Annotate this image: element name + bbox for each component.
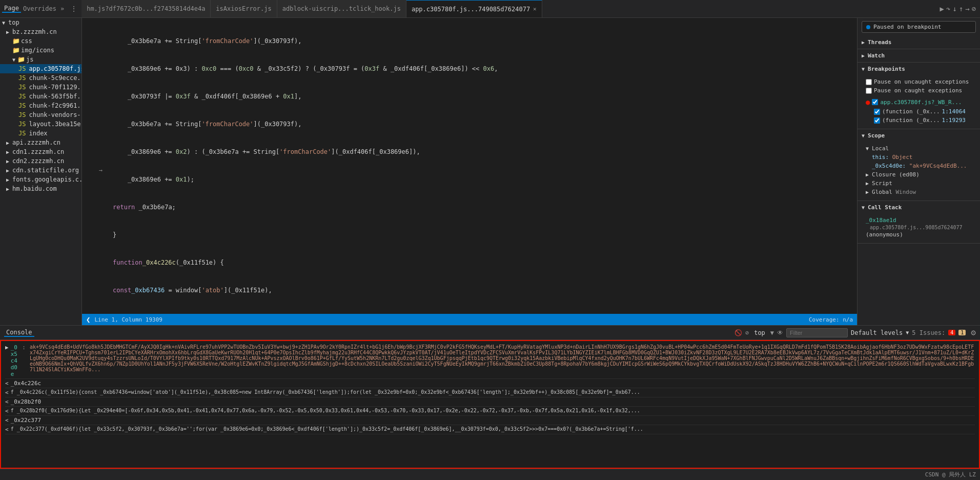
stop-recording-icon[interactable]: ⊘: [745, 329, 749, 336]
default-levels-label[interactable]: Default levels: [851, 329, 903, 336]
code-line: _0x3869e6 += 0x2) : (_0x3b6e7a += String…: [113, 147, 857, 156]
tab-isaxioserror[interactable]: isAxiosError.js: [211, 0, 277, 17]
console-text-fn-detail: f _0x4c226c(_0x11f51e){const _0xb67436=w…: [11, 389, 640, 395]
sidebar-item-bz[interactable]: ▶ bz.zzzzmh.cn: [0, 27, 81, 36]
console-line-fn-0x28b2f0: < f _0x28b2f0(_0x176d9e){Let _0x294e40=[…: [5, 407, 975, 416]
js-file-icon: JS: [18, 74, 26, 82]
tab-overrides[interactable]: Overrides: [21, 5, 58, 12]
issues-count-label: 5 Issues:: [912, 329, 945, 336]
threads-label: Threads: [868, 39, 891, 46]
scope-chevron-icon: ▼: [862, 133, 865, 138]
scope-0x5c4d0e-key: _0x5c4d0e:: [872, 163, 906, 169]
sidebar-item-css[interactable]: 📁 css: [0, 36, 81, 46]
more-tabs-icon[interactable]: »: [58, 5, 66, 12]
resume-icon[interactable]: ▶: [940, 5, 944, 13]
sidebar-item-chunk3[interactable]: JS chunk-563f5bf...: [0, 92, 81, 101]
bp-caught-checkbox[interactable]: [866, 88, 872, 94]
sidebar-item-app[interactable]: JS app.c305780f.js: [0, 64, 81, 73]
breakpoints-content: Pause on uncaught exceptions Pause on ca…: [858, 75, 980, 129]
sidebar-item-chunk1[interactable]: JS chunk-5c9ecce...: [0, 73, 81, 83]
bp-file-section: ● app.c305780f.js?_WB_R... (function (_0…: [866, 97, 976, 125]
call-stack-file-0: app.c305780f.js...9085d7624077: [866, 225, 976, 230]
call-stack-header[interactable]: ▼ Call Stack: [858, 201, 980, 214]
eye-icon[interactable]: 👁: [777, 329, 783, 336]
scope-local-chevron[interactable]: ▼: [866, 146, 872, 151]
sidebar-bz-label: bz.zzzzmh.cn: [12, 28, 57, 35]
scope-script-chevron[interactable]: ▶: [866, 181, 872, 186]
top-dropdown-icon[interactable]: ▼: [770, 329, 774, 336]
clear-console-icon[interactable]: 🚫: [734, 329, 742, 336]
sidebar-cdn2-label: cdn2.zzzzmh.cn: [12, 157, 64, 165]
watch-section: ▶ Watch: [858, 49, 980, 63]
bp-fn2-checkbox[interactable]: [874, 117, 880, 124]
sidebar-item-js[interactable]: ▼ 📁 js: [0, 55, 81, 64]
tab-hmjs[interactable]: hm.js?df7672c0b...f27435814d4e4a: [81, 0, 211, 17]
sidebar-item-fonts[interactable]: ▶ fonts.googleapis.c...: [0, 175, 81, 184]
sidebar-item-baidu[interactable]: ▶ hm.baidu.com: [0, 184, 81, 193]
console-expand-arrow[interactable]: ▶: [5, 344, 9, 351]
folder-icon: 📁: [12, 47, 20, 54]
code-line: function _0x4c226c(_0x11f51e) {: [113, 258, 857, 267]
step-icon[interactable]: →: [965, 5, 969, 13]
sidebar-item-layout[interactable]: JS layout.3bea15e...: [0, 119, 81, 129]
sidebar-chunk2-label: chunk-70f1129...: [29, 84, 81, 91]
breakpoints-header[interactable]: ▼ Breakpoints: [858, 63, 980, 75]
code-content[interactable]: _0x3b6e7a += String['fromCharCode'](_0x3…: [108, 18, 857, 314]
scope-global-chevron[interactable]: ▶: [866, 189, 872, 195]
bp-fn2-line: 1:19293: [942, 117, 966, 124]
code-line: }: [113, 230, 857, 239]
expand-left-icon[interactable]: ❮: [86, 315, 90, 324]
filter-input[interactable]: [786, 328, 848, 337]
scope-0x5c4d0e-val: "ak+9VCsq4dEdB...: [909, 163, 967, 169]
step-into-icon[interactable]: ↓: [952, 5, 956, 13]
call-stack-section: ▼ Call Stack _0x18ae1d app.c305780f.js..…: [858, 201, 980, 244]
sidebar-chunk5-label: chunk-vendors-...: [29, 111, 81, 118]
bp-dot-icon: ●: [866, 98, 870, 106]
sidebar-item-api[interactable]: ▶ api.zzzzmh.cn: [0, 138, 81, 147]
threads-header[interactable]: ▶ Threads: [858, 36, 980, 49]
bp-fn1-checkbox[interactable]: [874, 109, 880, 115]
console-text-0x4c226c: _0x4c226c: [11, 380, 42, 387]
sidebar-item-cdn-static[interactable]: ▶ cdn.staticfile.org: [0, 166, 81, 175]
sidebar-item-imgicons[interactable]: 📁 img/icons: [0, 46, 81, 55]
tab-page[interactable]: Page: [2, 5, 21, 13]
sidebar-item-cdn2[interactable]: ▶ cdn2.zzzzmh.cn: [0, 156, 81, 166]
sidebar-item-cdn1[interactable]: ▶ cdn1.zzzzmh.cn: [0, 147, 81, 156]
scope-closure-chevron[interactable]: ▶: [866, 172, 872, 177]
console-content[interactable]: ▶ _0x5c4d0e : ak+9VCsq4dEdB+UdVfGo8kh5JD…: [0, 340, 980, 469]
close-tab-icon[interactable]: ✕: [533, 6, 537, 12]
step-over-icon[interactable]: ↷: [946, 5, 950, 13]
call-stack-fn-label: _0x18ae1d: [866, 217, 896, 224]
deactivate-breakpoints-icon[interactable]: ⊘: [972, 5, 976, 13]
threads-section: ▶ Threads: [858, 36, 980, 49]
sidebar-item-index[interactable]: JS index: [0, 129, 81, 138]
tab-adblock[interactable]: adblock-uiscrip...tclick_hook.js: [277, 0, 406, 17]
domain-expand-icon: ▶: [6, 29, 9, 35]
call-stack-item-0x18ae1d[interactable]: _0x18ae1d: [866, 216, 976, 225]
scope-local-content: this: Object _0x5c4d0e: "ak+9VCsq4dEdB..…: [866, 153, 976, 170]
main-layout: ▼ top ▶ bz.zzzzmh.cn 📁 css 📁 img/icons ▼…: [0, 18, 980, 325]
bp-uncaught-checkbox[interactable]: [866, 79, 872, 85]
sidebar-item-chunk2[interactable]: JS chunk-70f1129...: [0, 83, 81, 92]
scope-this-key: this:: [872, 154, 889, 161]
settings-icon[interactable]: ⋮: [68, 5, 79, 13]
tab-app-c305780f[interactable]: app.c305780f.js...749085d7624077 ✕: [406, 0, 542, 17]
breakpoints-section: ▼ Breakpoints Pause on uncaught exceptio…: [858, 63, 980, 129]
bp-fn1-label: (function (_0x...: [882, 108, 940, 115]
settings-gear-icon[interactable]: ⚙: [971, 328, 976, 337]
step-out-icon[interactable]: ↑: [959, 5, 963, 13]
js-file-icon: JS: [18, 111, 26, 118]
sidebar-item-top[interactable]: ▼ top: [0, 18, 81, 27]
code-view[interactable]: → _0x3b6e7a += String['fromCharCode'](_0…: [82, 18, 857, 314]
bp-fn2-label: (function (_0x...: [882, 117, 940, 124]
console-tab[interactable]: Console: [4, 329, 34, 337]
sidebar-item-chunk5[interactable]: JS chunk-vendors-...: [0, 110, 81, 119]
scope-closure-header: ▶ Closure (ed08): [866, 170, 976, 179]
scope-header[interactable]: ▼ Scope: [858, 129, 980, 142]
sidebar-item-chunk4[interactable]: JS chunk-f2c9961...: [0, 101, 81, 110]
levels-dropdown-icon[interactable]: ▼: [906, 330, 909, 335]
line-numbers: →: [82, 18, 108, 314]
bp-file-checkbox[interactable]: [872, 99, 878, 105]
watch-header[interactable]: ▶ Watch: [858, 49, 980, 62]
call-stack-item-anonymous[interactable]: (anonymous): [866, 230, 976, 239]
